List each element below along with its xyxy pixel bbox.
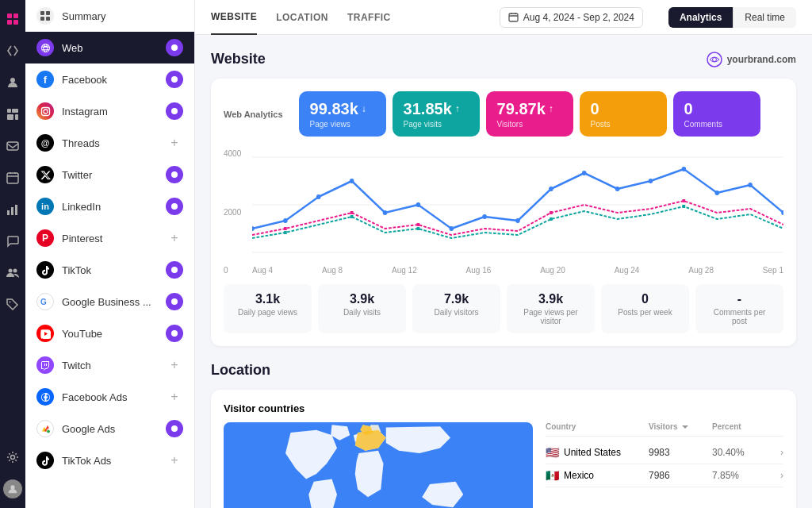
sidebar-item-google-business[interactable]: G Google Business ... — [25, 286, 194, 318]
sidebar-item-twitch[interactable]: Twitch + — [25, 349, 194, 381]
sidebar-item-linkedin[interactable]: in LinkedIn — [25, 190, 194, 222]
sidebar-label: Summary — [62, 10, 183, 22]
location-title: Location — [211, 362, 270, 379]
sidebar-item-facebook[interactable]: f Facebook — [25, 64, 194, 95]
svg-point-17 — [11, 456, 15, 460]
svg-point-48 — [383, 210, 388, 215]
user-icon[interactable] — [3, 73, 22, 92]
country-row-us[interactable]: 🇺🇸 United States 9983 30.40% › — [546, 441, 783, 464]
percent-mx: 7.85% — [712, 470, 768, 481]
mail-icon[interactable] — [3, 137, 22, 156]
sidebar-item-google-ads[interactable]: Google Ads — [25, 413, 194, 444]
twitter-icon — [36, 166, 54, 183]
visitors-us: 9983 — [649, 447, 712, 458]
visitor-countries-label: Visitor countries — [224, 402, 783, 414]
visitors-mx: 7986 — [649, 470, 712, 481]
sidebar-badge-add: + — [166, 452, 183, 469]
stat-tile-comments: 0 Comments — [673, 91, 760, 137]
youtube-icon — [36, 325, 54, 342]
y-label-2000: 2000 — [224, 208, 241, 217]
svg-point-49 — [416, 202, 421, 207]
svg-point-16 — [10, 302, 11, 303]
svg-point-27 — [48, 109, 48, 110]
chart-icon[interactable] — [3, 200, 22, 219]
metric-comments-per-post: - Comments per post — [695, 284, 783, 333]
metric-posts-per-week: 0 Posts per week — [601, 284, 689, 333]
tab-traffic[interactable]: TRAFFIC — [347, 1, 391, 34]
metric-lbl: Comments per post — [705, 308, 774, 325]
svg-point-59 — [748, 183, 753, 187]
country-row-mx[interactable]: 🇲🇽 Mexico 7986 7.85% › — [546, 464, 783, 487]
google-ads-icon — [36, 420, 54, 437]
expand-icon[interactable] — [3, 41, 22, 60]
sidebar-item-twitter[interactable]: Twitter — [25, 159, 194, 190]
main-content: WEBSITE LOCATION TRAFFIC Aug 4, 2024 - S… — [195, 0, 812, 508]
svg-point-55 — [615, 187, 620, 191]
top-navigation: WEBSITE LOCATION TRAFFIC Aug 4, 2024 - S… — [195, 0, 812, 35]
sidebar-item-summary[interactable]: Summary — [25, 0, 194, 32]
x-label-aug28: Aug 28 — [688, 266, 714, 275]
sidebar-item-facebook-ads[interactable]: Facebook Ads + — [25, 381, 194, 413]
svg-point-36 — [47, 429, 50, 433]
x-label-aug24: Aug 24 — [615, 266, 640, 275]
avatar-icon[interactable] — [3, 479, 22, 498]
date-range-picker[interactable]: Aug 4, 2024 - Sep 2, 2024 — [500, 7, 643, 28]
analytics-button[interactable]: Analytics — [668, 7, 733, 28]
sidebar-item-youtube[interactable]: YouTube — [25, 318, 194, 349]
svg-point-44 — [252, 226, 255, 231]
svg-point-53 — [549, 187, 553, 191]
comments-value: 0 — [684, 99, 693, 118]
stat-tile-pageviews: 99.83k ↓ Page views — [299, 91, 386, 137]
visitors-value: 79.87k — [497, 99, 546, 118]
svg-rect-62 — [350, 211, 354, 214]
metric-val: 3.1k — [233, 292, 302, 306]
flag-mx: 🇲🇽 — [546, 469, 559, 482]
sidebar-label: Twitch — [62, 360, 158, 371]
metric-daily-pageviews: 3.1k Daily page views — [224, 284, 312, 333]
visitors-arrow: ↑ — [549, 103, 553, 114]
sidebar-badge — [166, 325, 183, 342]
col-percent: Percent — [712, 422, 768, 431]
settings-icon[interactable] — [3, 448, 22, 467]
sidebar-item-tiktok-ads[interactable]: TikTok Ads + — [25, 444, 194, 476]
metric-lbl: Posts per week — [611, 308, 680, 317]
svg-point-24 — [171, 76, 178, 83]
comments-label: Comments — [684, 120, 722, 129]
sidebar-item-instagram[interactable]: Instagram — [25, 95, 194, 127]
sidebar-item-pinterest[interactable]: P Pinterest + — [25, 222, 194, 254]
chat-icon[interactable] — [3, 232, 22, 251]
svg-rect-64 — [550, 211, 553, 214]
sidebar-badge — [166, 166, 183, 183]
svg-rect-11 — [7, 210, 10, 215]
pinterest-icon: P — [36, 229, 54, 247]
sidebar-item-threads[interactable]: @ Threads + — [25, 127, 194, 159]
stat-tile-visitors: 79.87k ↑ Visitors — [486, 91, 573, 137]
svg-rect-13 — [15, 205, 17, 215]
svg-rect-12 — [11, 207, 13, 215]
brand-badge: yourbrand.com — [707, 52, 796, 67]
svg-rect-61 — [284, 227, 287, 230]
svg-point-29 — [171, 171, 178, 178]
tag-icon[interactable] — [3, 295, 22, 314]
squares-icon[interactable] — [3, 105, 22, 124]
tab-location[interactable]: LOCATION — [276, 1, 328, 34]
twitch-icon — [36, 356, 54, 374]
people-icon[interactable] — [3, 264, 22, 283]
svg-point-51 — [482, 214, 487, 219]
world-map — [224, 422, 533, 508]
svg-point-54 — [582, 171, 587, 175]
sidebar: Summary Web f Facebook Instagram @ Threa… — [25, 0, 195, 508]
realtime-button[interactable]: Real time — [733, 7, 796, 28]
sidebar-badge — [166, 71, 183, 88]
tab-website[interactable]: WEBSITE — [211, 0, 257, 35]
grid-icon[interactable] — [3, 10, 22, 29]
sidebar-item-tiktok[interactable]: TikTok — [25, 254, 194, 286]
sidebar-label: Instagram — [62, 106, 158, 117]
country-table: Country Visitors Percent 🇺🇸 United State… — [546, 422, 783, 508]
calendar-icon[interactable] — [3, 168, 22, 187]
sidebar-item-web[interactable]: Web — [25, 32, 194, 64]
svg-rect-20 — [46, 11, 50, 15]
icon-rail — [0, 0, 25, 508]
svg-rect-70 — [683, 205, 686, 208]
svg-text:G: G — [40, 298, 47, 306]
